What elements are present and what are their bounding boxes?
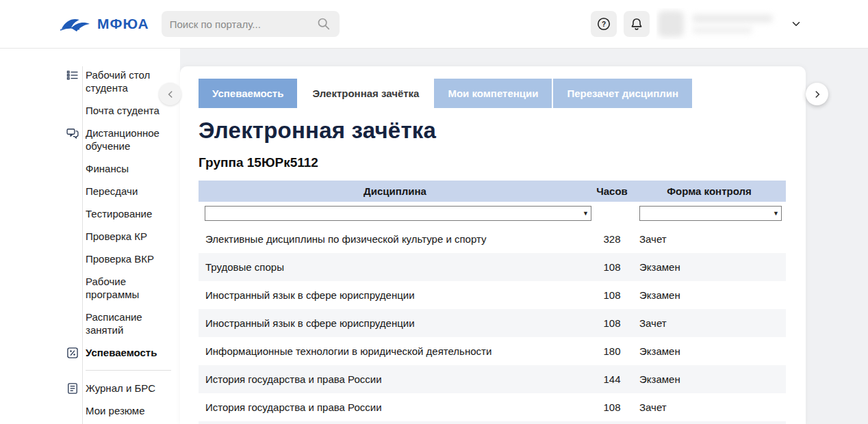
logo-text: МФЮА — [97, 16, 149, 32]
logo[interactable]: МФЮА — [59, 14, 149, 34]
sidebar-item-label: Журнал и БРС — [86, 382, 155, 394]
chevron-down-icon[interactable] — [790, 18, 802, 30]
sidebar-item-label: Финансы — [86, 163, 129, 174]
notifications-button[interactable] — [624, 11, 650, 37]
sidebar-item-label: Проверка КР — [86, 230, 147, 242]
table-row: История государства и права России144Экз… — [199, 365, 786, 393]
sidebar-item-label: Пересдачи — [86, 185, 138, 197]
hours-cell: 108 — [591, 289, 633, 301]
tab-bar: УспеваемостьЭлектронная зачёткаМои компе… — [199, 79, 806, 108]
control-form-cell: Экзамен — [633, 345, 786, 357]
page-title: Электронная зачётка — [199, 118, 806, 144]
sidebar-item-label: Почта студента — [86, 105, 159, 116]
grades-table: Дисциплина Часов Форма контроля ▼ ▼ — [199, 181, 786, 424]
bell-icon — [629, 16, 644, 31]
help-button[interactable]: ? — [591, 11, 617, 37]
avatar — [658, 11, 684, 37]
hours-cell: 180 — [591, 345, 633, 357]
hours-cell: 108 — [591, 317, 633, 329]
tab-1[interactable]: Электронная зачётка — [298, 79, 433, 108]
control-form-cell: Экзамен — [633, 261, 786, 273]
table-row: Трудовые споры108Экзамен — [199, 253, 786, 281]
table-row-partial — [199, 421, 786, 424]
tab-0[interactable]: Успеваемость — [199, 79, 297, 108]
sidebar: Рабочий стол студентаПочта студентаДиста… — [0, 49, 180, 424]
table-body: Элективные дисциплины по физической куль… — [199, 225, 786, 421]
control-form-cell: Зачет — [633, 233, 786, 245]
journal-icon — [66, 382, 79, 395]
chat-icon — [66, 127, 79, 140]
control-form-cell: Зачет — [633, 401, 786, 413]
control-form-filter: ▼ — [639, 206, 782, 221]
hours-cell: 108 — [591, 261, 633, 273]
sidebar-item-2[interactable]: Дистанционное обучение — [86, 122, 172, 157]
sidebar-item-6[interactable]: Проверка КР — [86, 225, 172, 248]
table-header-row: Дисциплина Часов Форма контроля — [199, 181, 786, 202]
control-form-cell: Экзамен — [633, 373, 786, 385]
discipline-cell: История государства и права России — [199, 401, 591, 413]
sidebar-item-10[interactable]: Успеваемость — [86, 341, 172, 364]
discipline-filter-select[interactable] — [205, 207, 591, 220]
control-form-cell: Экзамен — [633, 289, 786, 301]
sidebar-item-label: Расписание занятий — [86, 311, 142, 336]
group-title: Группа 15ЮРк5112 — [199, 155, 806, 170]
sidebar-item-9[interactable]: Расписание занятий — [86, 306, 172, 341]
sidebar-item-label: Дистанционное обучение — [86, 127, 159, 152]
discipline-cell: История государства и права России — [199, 373, 591, 385]
sidebar-item-label: Рабочий стол студента — [86, 69, 150, 94]
svg-text:?: ? — [602, 21, 606, 28]
chevron-right-icon — [813, 90, 822, 99]
grades-icon — [66, 346, 79, 360]
header-actions: ? — [591, 8, 802, 40]
sidebar-item-5[interactable]: Тестирование — [86, 202, 172, 225]
table-row: История государства и права России108Зач… — [199, 393, 786, 421]
sidebar-item-13[interactable]: Мои резюме — [86, 399, 172, 422]
hours-cell: 144 — [591, 373, 633, 385]
discipline-cell: Иностранный язык в сфере юриспруденции — [199, 317, 591, 329]
search-input[interactable] — [170, 18, 316, 30]
gradebook-card: УспеваемостьЭлектронная зачёткаМои компе… — [180, 66, 806, 424]
main-content: УспеваемостьЭлектронная зачёткаМои компе… — [180, 49, 868, 424]
search-icon[interactable] — [316, 16, 331, 31]
chevron-left-icon — [166, 90, 175, 99]
sidebar-item-1[interactable]: Почта студента — [86, 99, 172, 122]
table-row: Иностранный язык в сфере юриспруденции10… — [199, 281, 786, 309]
logo-bird-icon — [59, 14, 92, 34]
table-row: Информационные технологии в юридической … — [199, 337, 786, 365]
sidebar-item-12[interactable]: Журнал и БРС — [86, 377, 172, 399]
table-row: Элективные дисциплины по физической куль… — [199, 225, 786, 253]
column-header-discipline: Дисциплина — [199, 185, 591, 197]
table-row: Иностранный язык в сфере юриспруденции10… — [199, 309, 786, 337]
discipline-cell: Трудовые споры — [199, 261, 591, 273]
scroll-right-button[interactable] — [806, 83, 828, 105]
sidebar-item-label: Проверка ВКР — [86, 253, 154, 265]
discipline-cell: Иностранный язык в сфере юриспруденции — [199, 289, 591, 301]
user-role — [692, 27, 752, 34]
sidebar-section-divider — [86, 370, 171, 371]
sidebar-item-4[interactable]: Пересдачи — [86, 180, 172, 202]
sidebar-item-3[interactable]: Финансы — [86, 157, 172, 180]
sidebar-item-8[interactable]: Рабочие программы — [86, 270, 172, 306]
control-form-cell: Зачет — [633, 317, 786, 329]
column-header-control-form: Форма контроля — [633, 185, 786, 197]
discipline-cell: Информационные технологии в юридической … — [199, 345, 591, 357]
control-form-filter-select[interactable] — [640, 207, 781, 220]
tab-2[interactable]: Мои компетенции — [434, 79, 552, 108]
sidebar-divider-line — [82, 66, 83, 424]
hours-cell: 108 — [591, 401, 633, 413]
desktop-icon — [66, 68, 79, 82]
sidebar-item-label: Тестирование — [86, 208, 152, 220]
header: МФЮА ? — [0, 0, 868, 49]
sidebar-item-label: Мои резюме — [86, 405, 145, 416]
column-header-hours: Часов — [591, 185, 633, 197]
tab-3[interactable]: Перезачет дисциплин — [553, 79, 692, 108]
scroll-left-button[interactable] — [159, 83, 181, 105]
user-profile[interactable] — [656, 8, 783, 40]
help-icon: ? — [596, 16, 611, 31]
sidebar-item-label: Рабочие программы — [86, 276, 139, 300]
discipline-cell: Элективные дисциплины по физической куль… — [199, 233, 591, 245]
table-filter-row: ▼ ▼ — [199, 202, 786, 225]
sidebar-item-7[interactable]: Проверка ВКР — [86, 248, 172, 270]
discipline-filter: ▼ — [205, 206, 591, 221]
hours-cell: 328 — [591, 233, 633, 245]
